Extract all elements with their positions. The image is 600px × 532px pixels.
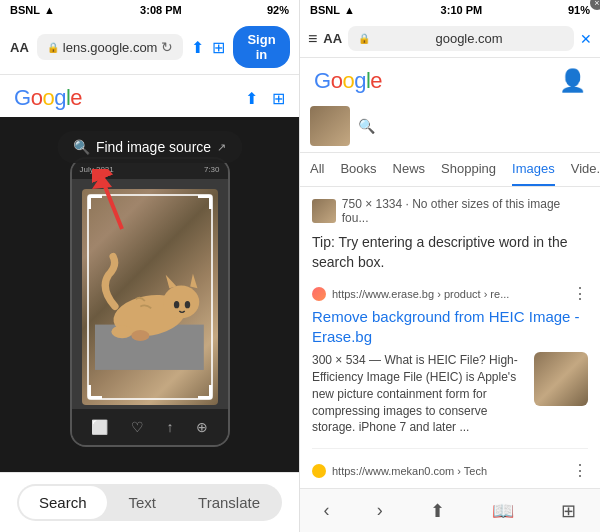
- wifi-icon: ▲: [44, 4, 55, 16]
- google-header-left: Google ⬆ ⊞: [0, 75, 299, 117]
- hamburger-icon[interactable]: ≡: [308, 30, 317, 48]
- url-text-right: google.com: [374, 31, 564, 46]
- google-logo-right: Google: [314, 68, 382, 94]
- nav-forward-icon[interactable]: ›: [377, 500, 383, 521]
- external-link-icon: ↗: [217, 141, 226, 154]
- search-thumbnail: ×: [310, 106, 350, 146]
- lock-icon-left: 🔒: [47, 42, 59, 53]
- google-header-right: Google 👤: [300, 58, 600, 100]
- source-url-2: https://www.mekan0.com › Tech: [332, 465, 487, 477]
- close-tab-button[interactable]: ✕: [580, 31, 592, 47]
- result-description-1: 300 × 534 — What is HEIC File? High-Effi…: [312, 352, 526, 436]
- status-bar-left: BSNL ▲ 3:08 PM 92%: [0, 0, 299, 20]
- more-options-icon-2[interactable]: ⋮: [572, 461, 588, 480]
- source-info-2: https://www.mekan0.com › Tech: [312, 464, 487, 478]
- result-source-1: https://www.erase.bg › product › re... ⋮: [312, 284, 588, 303]
- text-button[interactable]: Text: [109, 486, 177, 519]
- result-item-2: https://www.mekan0.com › Tech ⋮: [312, 461, 588, 488]
- tab-all[interactable]: All: [310, 153, 324, 186]
- corner-br: [198, 385, 212, 399]
- source-info-1: https://www.erase.bg › product › re...: [312, 287, 509, 301]
- svg-marker-2: [92, 174, 112, 189]
- grid-dots-icon[interactable]: ⊞: [272, 89, 285, 108]
- phone-bottom-icon-1: ⬜: [91, 419, 108, 435]
- battery-left: 92%: [267, 4, 289, 16]
- result-body-1: 300 × 534 — What is HEIC File? High-Effi…: [312, 352, 588, 436]
- source-favicon-2: [312, 464, 326, 478]
- find-image-source-button[interactable]: 🔍 Find image source ↗: [57, 131, 242, 163]
- status-left: BSNL ▲: [10, 4, 55, 16]
- corner-bl: [88, 385, 102, 399]
- size-text: 750 × 1334 · No other sizes of this imag…: [342, 197, 588, 225]
- search-button[interactable]: Search: [19, 486, 107, 519]
- nav-bar-right: ‹ › ⬆ 📖 ⊞: [300, 488, 600, 532]
- url-bar-right[interactable]: 🔒 google.com: [348, 26, 574, 51]
- result-source-2: https://www.mekan0.com › Tech ⋮: [312, 461, 588, 480]
- status-right: 92%: [267, 4, 289, 16]
- result-title-1[interactable]: Remove background from HEIC Image - Eras…: [312, 307, 588, 346]
- lock-icon-right: 🔒: [358, 33, 370, 44]
- lens-icon: 🔍: [73, 139, 90, 155]
- tab-books[interactable]: Books: [340, 153, 376, 186]
- lens-content: 🔍 Find image source ↗ July: [0, 117, 299, 472]
- url-text-left: lens.google.com: [63, 40, 158, 55]
- aa-button-left[interactable]: AA: [10, 40, 29, 55]
- translate-button[interactable]: Translate: [178, 486, 280, 519]
- battery-right: 91%: [568, 4, 590, 16]
- aa-button-right[interactable]: AA: [323, 31, 342, 46]
- browser-bar-left: AA 🔒 lens.google.com ↻ ⬆ ⊞ Sign in: [0, 20, 299, 75]
- tab-video[interactable]: Vide...: [571, 153, 600, 186]
- search-icon-right: 🔍: [358, 118, 375, 134]
- status-bar-right: BSNL ▲ 3:10 PM 91%: [300, 0, 600, 20]
- tip-text: Tip: Try entering a descriptive word in …: [312, 233, 588, 272]
- nav-tabs-icon[interactable]: ⊞: [561, 500, 576, 522]
- corner-tr: [198, 195, 212, 209]
- phone-bottom-bar: ⬜ ♡ ↑ ⊕: [72, 409, 228, 445]
- share-icon-left[interactable]: ⬆: [191, 38, 204, 57]
- time-left: 3:08 PM: [140, 4, 182, 16]
- size-info: 750 × 1334 · No other sizes of this imag…: [312, 197, 588, 225]
- refresh-icon[interactable]: ↻: [161, 39, 173, 55]
- bottom-toolbar: Search Text Translate: [0, 472, 299, 532]
- nav-back-icon[interactable]: ‹: [324, 500, 330, 521]
- nav-share-icon[interactable]: ⬆: [430, 500, 445, 522]
- phone-bottom-icon-4: ⊕: [196, 419, 208, 435]
- grid-icon-left[interactable]: ⊞: [212, 38, 225, 57]
- toolbar-pill: Search Text Translate: [17, 484, 282, 521]
- nav-bookmarks-icon[interactable]: 📖: [492, 500, 514, 522]
- result-thumbnail-1: [534, 352, 588, 406]
- time-right: 3:10 PM: [441, 4, 483, 16]
- share-icon-google[interactable]: ⬆: [245, 89, 258, 108]
- size-thumbnail: [312, 199, 336, 223]
- status-right-right: 91%: [568, 4, 590, 16]
- red-arrow: [92, 169, 142, 229]
- source-url-1: https://www.erase.bg › product › re...: [332, 288, 509, 300]
- phone-bottom-icon-3: ↑: [166, 419, 173, 435]
- tab-images[interactable]: Images: [512, 153, 555, 186]
- wifi-icon-right: ▲: [344, 4, 355, 16]
- left-panel: BSNL ▲ 3:08 PM 92% AA 🔒 lens.google.com …: [0, 0, 300, 532]
- find-image-label: Find image source: [96, 139, 211, 155]
- filter-tabs: All Books News Shopping Images Vide...: [300, 153, 600, 187]
- right-panel: BSNL ▲ 3:10 PM 91% ≡ AA 🔒 google.com ✕ G…: [300, 0, 600, 532]
- tab-shopping[interactable]: Shopping: [441, 153, 496, 186]
- tab-news[interactable]: News: [393, 153, 426, 186]
- carrier-left: BSNL: [10, 4, 40, 16]
- account-icon[interactable]: 👤: [559, 68, 586, 94]
- carrier-right: BSNL: [310, 4, 340, 16]
- results-area[interactable]: 750 × 1334 · No other sizes of this imag…: [300, 187, 600, 488]
- google-header-icons-left: ⬆ ⊞: [245, 89, 285, 108]
- url-bar-left[interactable]: 🔒 lens.google.com ↻: [37, 34, 184, 60]
- more-options-icon-1[interactable]: ⋮: [572, 284, 588, 303]
- search-image-bar: × 🔍: [300, 100, 600, 153]
- sign-in-button[interactable]: Sign in: [233, 26, 289, 68]
- phone-bottom-icon-2: ♡: [131, 419, 144, 435]
- search-input-area[interactable]: 🔍: [358, 118, 590, 134]
- result-item-1: https://www.erase.bg › product › re... ⋮…: [312, 284, 588, 449]
- google-logo-left: Google: [14, 85, 82, 111]
- browser-bar-right: ≡ AA 🔒 google.com ✕: [300, 20, 600, 58]
- source-favicon-1: [312, 287, 326, 301]
- status-right-left: BSNL ▲: [310, 4, 355, 16]
